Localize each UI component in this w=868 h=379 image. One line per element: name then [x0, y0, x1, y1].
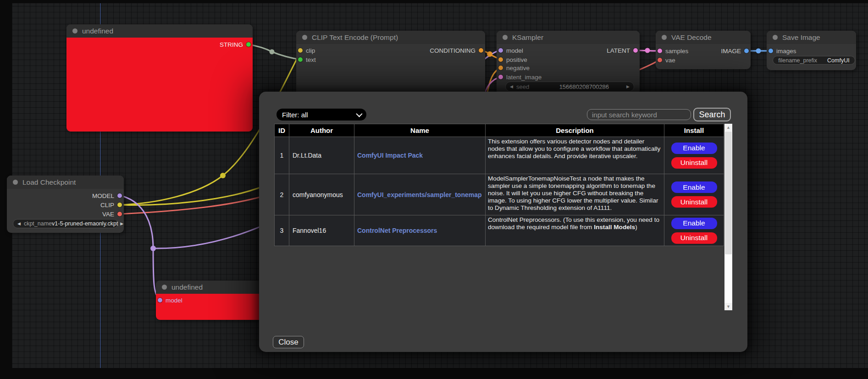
search-input[interactable]: [587, 109, 691, 120]
node-clip-text-encode[interactable]: CLIP Text Encode (Prompt) clip text COND…: [296, 31, 485, 97]
scroll-up-icon[interactable]: ▲: [724, 124, 732, 131]
input-text[interactable]: text: [298, 55, 316, 64]
input-port-dot[interactable]: [768, 49, 773, 53]
output-port-dot[interactable]: [479, 48, 483, 53]
input-samples[interactable]: samples: [658, 46, 688, 55]
input-negative[interactable]: negative: [498, 63, 530, 72]
enable-button[interactable]: Enable: [671, 218, 717, 229]
increment-arrow-icon[interactable]: ▶: [120, 221, 123, 226]
node-undefined-bottom[interactable]: undefined model: [156, 280, 266, 320]
increment-arrow-icon[interactable]: ▶: [626, 84, 630, 89]
node-titlebar[interactable]: Save Image: [767, 31, 856, 44]
enable-button[interactable]: Enable: [671, 181, 717, 193]
input-port-dot[interactable]: [158, 298, 162, 302]
search-button[interactable]: Search: [693, 108, 731, 121]
output-model[interactable]: MODEL: [92, 191, 122, 200]
output-latent[interactable]: LATENT: [607, 46, 638, 55]
reroute-dot-model[interactable]: [150, 246, 156, 251]
input-images[interactable]: images: [768, 46, 796, 55]
cell-author: comfyanonymous: [289, 174, 354, 215]
table-scrollbar[interactable]: ▲ ▼: [724, 124, 732, 310]
header-author: Author: [289, 124, 354, 137]
extensions-table: ID Author Name Description Install 1 Dr.…: [274, 124, 724, 246]
node-undefined-top[interactable]: undefined STRING: [66, 24, 253, 132]
node-titlebar[interactable]: Load Checkpoint: [7, 176, 124, 189]
node-status-dot-icon: [773, 35, 778, 40]
uninstall-button[interactable]: Uninstall: [671, 157, 717, 169]
output-port-dot[interactable]: [744, 49, 749, 53]
input-clip[interactable]: clip: [298, 46, 315, 55]
output-vae[interactable]: VAE: [102, 209, 122, 219]
input-port-dot[interactable]: [498, 66, 503, 70]
node-save-image[interactable]: Save Image images filename_prefix ComfyU…: [767, 31, 856, 70]
output-port-dot[interactable]: [117, 203, 122, 207]
extension-link[interactable]: ControlNet Preprocessors: [357, 227, 437, 234]
scrollbar-thumb[interactable]: [725, 132, 732, 254]
node-titlebar[interactable]: undefined: [156, 280, 266, 294]
cell-id: 1: [275, 137, 289, 174]
output-string[interactable]: STRING: [220, 40, 251, 49]
output-port-dot[interactable]: [246, 42, 251, 47]
input-port-dot[interactable]: [498, 57, 503, 62]
input-port-dot[interactable]: [298, 48, 303, 53]
cell-name: ComfyUI Impact Pack: [354, 137, 486, 174]
decrement-arrow-icon[interactable]: ◀: [510, 84, 513, 89]
node-titlebar[interactable]: CLIP Text Encode (Prompt): [296, 31, 485, 44]
node-status-dot-icon: [503, 35, 508, 40]
header-name: Name: [354, 124, 486, 137]
output-clip[interactable]: CLIP: [100, 200, 122, 209]
cell-description: ModelSamplerTonemapNoiseTest a node that…: [486, 174, 664, 215]
ckpt-name-widget[interactable]: ◀ ckpt_name v1-5-pruned-emaonly.ckpt ▶: [13, 219, 118, 228]
output-port-dot[interactable]: [633, 48, 638, 53]
extension-link[interactable]: ComfyUI_experiments/sampler_tonemap: [357, 191, 482, 198]
widget-label: seed: [516, 83, 529, 90]
enable-button[interactable]: Enable: [671, 143, 717, 154]
input-positive[interactable]: positive: [498, 55, 527, 64]
input-port-dot[interactable]: [498, 48, 503, 53]
cell-description: ControlNet Preprocessors. (To use this e…: [486, 215, 664, 246]
reroute-dot-clip[interactable]: [220, 173, 226, 178]
input-port-dot[interactable]: [498, 75, 503, 79]
input-port-dot[interactable]: [298, 57, 303, 62]
reroute-dot-latent[interactable]: [645, 48, 650, 53]
input-model[interactable]: model: [158, 296, 182, 305]
uninstall-button[interactable]: Uninstall: [671, 196, 717, 208]
node-titlebar[interactable]: undefined: [66, 24, 253, 38]
node-vae-decode[interactable]: VAE Decode samples vae IMAGE: [656, 31, 751, 69]
output-port-dot[interactable]: [117, 193, 122, 198]
node-load-checkpoint[interactable]: Load Checkpoint MODEL CLIP VAE ◀ ckpt_na…: [7, 176, 124, 233]
widget-label: ckpt_name: [24, 220, 52, 227]
extension-link[interactable]: ComfyUI Impact Pack: [357, 152, 423, 159]
node-title: undefined: [171, 283, 203, 291]
output-conditioning[interactable]: CONDITIONING: [430, 46, 483, 55]
node-title: KSampler: [512, 33, 543, 42]
input-latent-image[interactable]: latent_image: [498, 72, 542, 82]
cell-name: ControlNet Preprocessors: [354, 215, 486, 246]
decrement-arrow-icon[interactable]: ◀: [17, 221, 21, 226]
input-port-dot[interactable]: [658, 58, 662, 62]
reroute-dot-string[interactable]: [270, 49, 275, 55]
input-vae[interactable]: vae: [658, 55, 675, 65]
table-header-row: ID Author Name Description Install: [275, 124, 724, 137]
close-button[interactable]: Close: [273, 336, 304, 348]
input-model[interactable]: model: [498, 46, 523, 55]
output-port-dot[interactable]: [117, 212, 122, 216]
node-title: VAE Decode: [671, 33, 712, 42]
filename-prefix-widget[interactable]: filename_prefix ComfyUI: [773, 56, 855, 65]
node-ksampler[interactable]: KSampler model positive negative latent_…: [497, 31, 640, 95]
node-title: CLIP Text Encode (Prompt): [312, 33, 398, 42]
comfyui-canvas[interactable]: undefined STRING CLIP Text Encode (Promp…: [0, 0, 868, 379]
reroute-dot-conditioning[interactable]: [487, 51, 492, 57]
seed-widget[interactable]: ◀ seed 156680208700286 ▶: [505, 82, 634, 92]
reroute-dot-image[interactable]: [756, 49, 761, 54]
node-title: undefined: [82, 27, 113, 35]
filter-dropdown-label: Filter: all: [282, 111, 308, 119]
filter-dropdown[interactable]: Filter: all: [276, 109, 366, 121]
node-title: Load Checkpoint: [22, 178, 76, 187]
node-titlebar[interactable]: KSampler: [497, 31, 640, 44]
output-image[interactable]: IMAGE: [721, 46, 749, 55]
uninstall-button[interactable]: Uninstall: [671, 232, 717, 244]
scroll-down-icon[interactable]: ▼: [724, 303, 732, 310]
input-port-dot[interactable]: [658, 49, 662, 53]
node-titlebar[interactable]: VAE Decode: [656, 31, 751, 44]
